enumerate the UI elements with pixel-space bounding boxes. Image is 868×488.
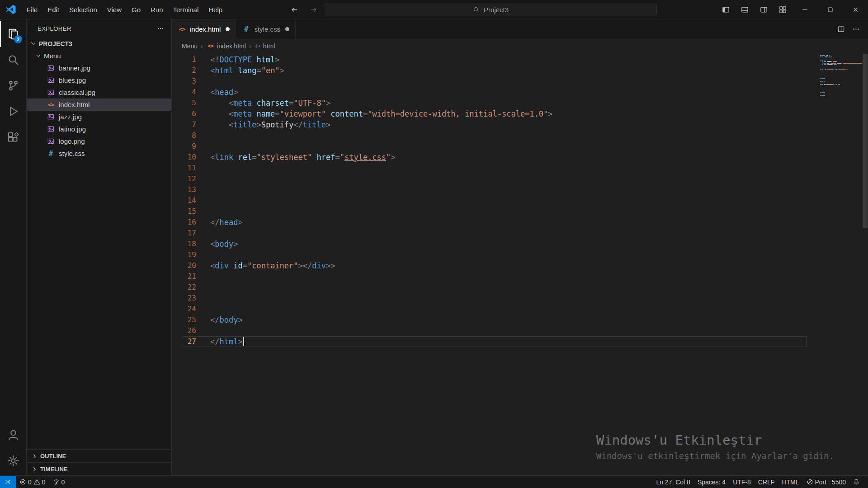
code-line[interactable]: 6 <meta name="viewport" content="width=d… bbox=[183, 108, 807, 119]
activitybar-explorer[interactable]: 2 bbox=[0, 21, 26, 47]
file-style-css[interactable]: #style.css bbox=[27, 147, 171, 160]
code-line[interactable]: 26 bbox=[183, 325, 807, 336]
menu-go[interactable]: Go bbox=[127, 6, 146, 14]
layout-panel-icon[interactable] bbox=[735, 0, 754, 19]
file-latino-jpg[interactable]: latino.jpg bbox=[27, 123, 171, 135]
minimap-token bbox=[824, 92, 825, 93]
nav-forward-button[interactable] bbox=[306, 3, 321, 16]
minimap-token bbox=[827, 63, 829, 64]
code-line[interactable]: 14 bbox=[183, 195, 807, 206]
code-line[interactable]: 12 bbox=[183, 174, 807, 184]
menu-help[interactable]: Help bbox=[203, 6, 227, 14]
code-line[interactable]: 27</html> bbox=[183, 336, 807, 347]
code-line[interactable]: 22 bbox=[183, 282, 807, 293]
close-icon[interactable] bbox=[843, 0, 868, 19]
code-line[interactable]: 5 <meta charset="UTF-8"> bbox=[183, 98, 807, 108]
titlebar-controls bbox=[716, 0, 868, 19]
status-cursor-position[interactable]: Ln 27, Col 8 bbox=[652, 476, 694, 488]
code-line[interactable]: 16</head> bbox=[183, 217, 807, 228]
activitybar-run-debug[interactable] bbox=[0, 99, 26, 124]
code-line[interactable]: 2<html lang="en"> bbox=[183, 65, 807, 76]
tree-root-project3[interactable]: PROJECT3 bbox=[27, 38, 171, 50]
status-language-mode[interactable]: HTML bbox=[778, 476, 802, 488]
code-line[interactable]: 8 bbox=[183, 130, 807, 141]
code-line[interactable]: 25</body> bbox=[183, 314, 807, 325]
status-problems[interactable]: 00 bbox=[16, 476, 49, 488]
minimap-token bbox=[827, 69, 828, 70]
minimap[interactable] bbox=[820, 55, 862, 96]
file-blues-jpg[interactable]: blues.jpg bbox=[27, 74, 171, 86]
status-forwarded-ports[interactable]: 0 bbox=[49, 476, 69, 488]
nav-back-button[interactable] bbox=[287, 3, 302, 16]
remote-indicator[interactable] bbox=[0, 476, 16, 488]
file-jazz-jpg[interactable]: jazz.jpg bbox=[27, 111, 171, 123]
file-logo-png[interactable]: logo.png bbox=[27, 135, 171, 147]
maximize-icon[interactable] bbox=[817, 0, 843, 19]
file-index-html[interactable]: <>index.html bbox=[27, 99, 171, 111]
activitybar-settings[interactable] bbox=[0, 448, 26, 474]
minimap-token bbox=[821, 92, 823, 93]
ellipsis-icon[interactable] bbox=[852, 25, 860, 33]
tabbar-tabs: <>index.html#style.css bbox=[172, 19, 296, 39]
status-eol-sequence[interactable]: CRLF bbox=[755, 476, 778, 488]
breadcrumb-index-html[interactable]: <>index.html bbox=[206, 42, 246, 50]
code-line[interactable]: 7 <title>Spotify</title> bbox=[183, 119, 807, 130]
breadcrumb-html[interactable]: html bbox=[255, 42, 275, 50]
minimap-token bbox=[828, 69, 834, 70]
file-classical-jpg[interactable]: classical.jpg bbox=[27, 86, 171, 99]
minimap-gap bbox=[824, 69, 824, 70]
layout-sidebar-right-icon[interactable] bbox=[754, 0, 773, 19]
status-indentation[interactable]: Spaces: 4 bbox=[694, 476, 729, 488]
badge: 2 bbox=[14, 35, 22, 43]
minimap-gap bbox=[826, 61, 827, 62]
menu-selection[interactable]: Selection bbox=[64, 6, 102, 14]
code-line[interactable]: 23 bbox=[183, 293, 807, 304]
status-encoding[interactable]: UTF-8 bbox=[729, 476, 755, 488]
tab-index-html[interactable]: <>index.html bbox=[172, 19, 236, 39]
section-timeline[interactable]: TIMELINE bbox=[27, 462, 171, 475]
code-line[interactable]: 9 bbox=[183, 141, 807, 152]
tab-style-css[interactable]: #style.css bbox=[236, 19, 296, 39]
code-line[interactable]: 13 bbox=[183, 184, 807, 195]
status-live-server-port[interactable]: Port : 5500 bbox=[803, 476, 850, 488]
code-line[interactable]: 21 bbox=[183, 271, 807, 282]
code-line[interactable]: 15 bbox=[183, 206, 807, 217]
file-banner-jpg[interactable]: banner.jpg bbox=[27, 62, 171, 74]
command-center-search[interactable]: Project3 bbox=[325, 3, 657, 16]
code-line[interactable]: 24 bbox=[183, 304, 807, 314]
status-notifications[interactable] bbox=[849, 476, 863, 488]
split-editor-icon[interactable] bbox=[837, 25, 845, 33]
activitybar-source-control[interactable] bbox=[0, 73, 26, 99]
menu-terminal[interactable]: Terminal bbox=[168, 6, 204, 14]
breadcrumb-menu[interactable]: Menu bbox=[182, 42, 198, 50]
minimap-token bbox=[821, 84, 823, 85]
activitybar-accounts[interactable] bbox=[0, 422, 26, 448]
account-icon bbox=[7, 429, 19, 441]
code-line[interactable]: 18<body> bbox=[183, 239, 807, 249]
menu-view[interactable]: View bbox=[102, 6, 127, 14]
code-line[interactable]: 17 bbox=[183, 228, 807, 239]
code-line[interactable]: 11 bbox=[183, 163, 807, 174]
ellipsis-icon[interactable] bbox=[157, 25, 164, 32]
minimize-icon[interactable] bbox=[792, 0, 817, 19]
code-line[interactable]: 3 bbox=[183, 76, 807, 87]
activitybar-extensions[interactable] bbox=[0, 124, 26, 150]
code-line[interactable]: 19 bbox=[183, 249, 807, 260]
tree-folder-menu[interactable]: Menu bbox=[27, 50, 171, 62]
code-lines[interactable]: 1<!DOCTYPE html>2<html lang="en">34<head… bbox=[172, 53, 868, 347]
layout-grid-icon[interactable] bbox=[773, 0, 792, 19]
menu-run[interactable]: Run bbox=[146, 6, 168, 14]
code-line[interactable]: 1<!DOCTYPE html> bbox=[183, 54, 807, 65]
minimap-token bbox=[836, 64, 837, 65]
layout-sidebar-left-icon[interactable] bbox=[716, 0, 735, 19]
menu-edit[interactable]: Edit bbox=[42, 6, 64, 14]
breadcrumb-separator: › bbox=[249, 42, 251, 50]
activitybar-search[interactable] bbox=[0, 47, 26, 73]
section-outline[interactable]: OUTLINE bbox=[27, 449, 171, 462]
code-line[interactable]: 10<link rel="stylesheet" href="style.css… bbox=[183, 152, 807, 163]
file-label: banner.jpg bbox=[59, 64, 90, 72]
editor-scrollbar[interactable] bbox=[863, 54, 868, 228]
code-line[interactable]: 4<head> bbox=[183, 87, 807, 98]
menu-file[interactable]: File bbox=[22, 6, 42, 14]
code-line[interactable]: 20<div id="container"></div>> bbox=[183, 260, 807, 271]
